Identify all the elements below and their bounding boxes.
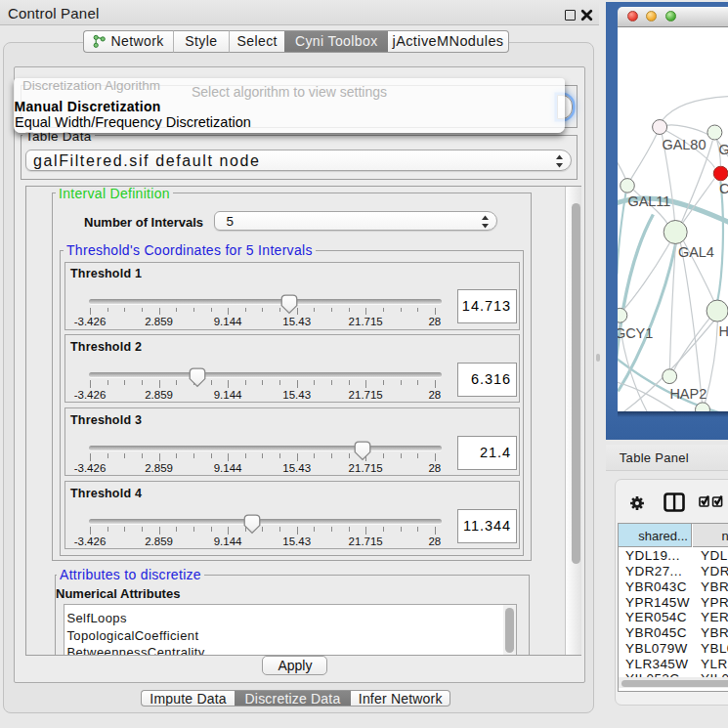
svg-text:GA: GA bbox=[718, 142, 728, 157]
svg-text:GAL4: GAL4 bbox=[677, 244, 713, 260]
svg-text:HI: HI bbox=[718, 323, 728, 339]
svg-text:GAL11: GAL11 bbox=[627, 193, 670, 209]
svg-text:GCY1: GCY1 bbox=[618, 324, 653, 340]
svg-text:CY: CY bbox=[718, 180, 727, 195]
svg-text:GAL80: GAL80 bbox=[662, 137, 706, 152]
svg-text:HAP2: HAP2 bbox=[669, 386, 707, 402]
